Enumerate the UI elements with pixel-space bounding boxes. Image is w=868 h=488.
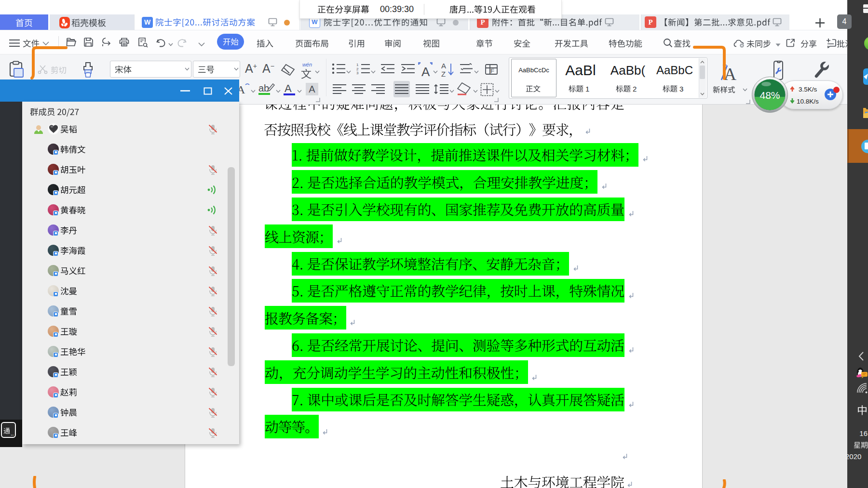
svg-text:ab: ab <box>258 83 269 93</box>
svg-text:48%: 48% <box>760 90 780 101</box>
svg-text:A: A <box>285 82 292 94</box>
svg-text:3: 3 <box>356 71 359 75</box>
svg-text:A: A <box>421 65 430 77</box>
svg-text:Z: Z <box>441 70 446 77</box>
svg-text:F: F <box>490 67 494 75</box>
svg-text:1: 1 <box>356 63 359 67</box>
svg-text:A: A <box>441 62 446 70</box>
